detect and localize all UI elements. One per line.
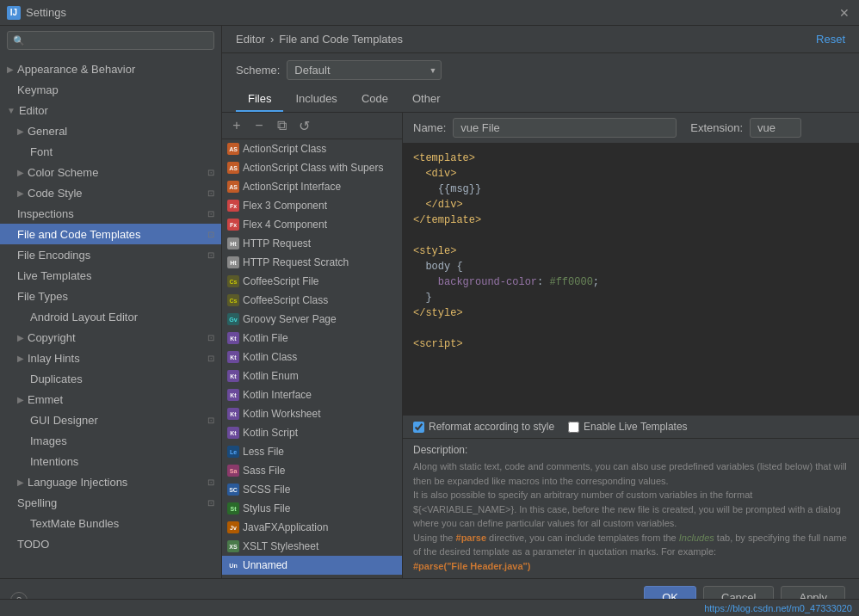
title-bar-controls: ✕ xyxy=(837,5,852,21)
list-item[interactable]: Kt Kotlin Worksheet xyxy=(222,404,402,423)
list-item[interactable]: Kt Kotlin Enum xyxy=(222,367,402,385)
breadcrumb-parent: Editor xyxy=(236,33,265,46)
sidebar-item-file-code-templates[interactable]: File and Code Templates ⊡ xyxy=(0,224,221,244)
sidebar-item-inspections[interactable]: Inspections ⊡ xyxy=(0,203,221,224)
list-item[interactable]: AS ActionScript Interface xyxy=(222,177,402,196)
file-type-icon: AS xyxy=(227,143,239,155)
sidebar-item-textmate[interactable]: TextMate Bundles xyxy=(0,513,221,533)
scheme-row: Scheme: Default Project xyxy=(222,53,859,87)
file-item-label: ActionScript Interface xyxy=(243,181,341,193)
sidebar-item-label: Live Templates xyxy=(17,269,91,282)
sidebar-item-gui-designer[interactable]: GUI Designer ⊡ xyxy=(0,410,221,430)
reset-link[interactable]: Reset xyxy=(816,33,845,46)
sidebar-item-todo[interactable]: TODO xyxy=(0,533,221,554)
list-item[interactable]: Le Less File xyxy=(222,442,402,461)
sidebar-item-file-encodings[interactable]: File Encodings ⊡ xyxy=(0,244,221,265)
reformat-checkbox-group: Reformat according to style xyxy=(413,421,554,433)
list-item[interactable]: Kt Kotlin Interface xyxy=(222,385,402,404)
collapse-arrow: ▶ xyxy=(17,333,24,342)
list-item[interactable]: Cs CoffeeScript File xyxy=(222,272,402,291)
sidebar-item-general[interactable]: ▶ General xyxy=(0,120,221,141)
sidebar-item-live-templates[interactable]: Live Templates xyxy=(0,265,221,286)
file-type-icon: Un xyxy=(227,559,239,571)
file-item-label: Stylus File xyxy=(243,502,290,514)
sidebar-item-spelling[interactable]: Spelling ⊡ xyxy=(0,492,221,513)
main-content: Editor › File and Code Templates Reset S… xyxy=(222,26,859,578)
file-item-label: Kotlin Interface xyxy=(243,389,312,401)
sidebar-item-emmet[interactable]: ▶ Emmet xyxy=(0,389,221,410)
tab-files[interactable]: Files xyxy=(236,87,283,112)
sidebar-item-android-layout[interactable]: Android Layout Editor xyxy=(0,306,221,327)
sidebar-item-code-style[interactable]: ▶ Code Style ⊡ xyxy=(0,182,221,203)
list-item[interactable]: Kt Kotlin File xyxy=(222,329,402,348)
list-item[interactable]: Fx Flex 3 Component xyxy=(222,196,402,215)
sidebar-item-images[interactable]: Images xyxy=(0,430,221,451)
scheme-select[interactable]: Default Project xyxy=(287,60,442,80)
code-line: background-color: #ff0000; xyxy=(413,274,849,290)
sidebar-item-keymap[interactable]: Keymap xyxy=(0,79,221,100)
sidebar-item-copyright[interactable]: ▶ Copyright ⊡ xyxy=(0,327,221,348)
list-item[interactable]: Ht HTTP Request Scratch xyxy=(222,253,402,272)
template-name-input[interactable] xyxy=(453,118,677,138)
list-item[interactable]: Ht HTTP Request xyxy=(222,234,402,253)
copy-template-button[interactable]: ⧉ xyxy=(272,116,291,135)
add-template-button[interactable]: + xyxy=(227,116,246,135)
file-item-label: Flex 3 Component xyxy=(243,200,327,212)
search-input[interactable] xyxy=(28,34,208,46)
file-item-label: Kotlin Script xyxy=(243,427,298,439)
tab-includes[interactable]: Includes xyxy=(283,87,349,112)
search-box[interactable]: 🔍 xyxy=(7,31,214,50)
name-label: Name: xyxy=(413,121,446,134)
live-templates-checkbox-group: Enable Live Templates xyxy=(568,421,688,433)
file-type-icon: Sa xyxy=(227,465,239,477)
reformat-checkbox[interactable] xyxy=(413,422,424,433)
sidebar-item-label: Intentions xyxy=(30,455,78,468)
sidebar-item-font[interactable]: Font xyxy=(0,141,221,162)
list-item[interactable]: SC SCSS File xyxy=(222,480,402,499)
list-item[interactable]: Kt Kotlin Class xyxy=(222,348,402,367)
live-templates-checkbox[interactable] xyxy=(568,422,579,433)
list-item-unnamed[interactable]: Un Unnamed xyxy=(222,556,402,575)
extension-input[interactable] xyxy=(750,118,801,138)
dialog-title: Settings xyxy=(26,6,66,19)
sidebar-item-duplicates[interactable]: Duplicates xyxy=(0,368,221,389)
code-editor[interactable]: <template> <div> {{msg}} </div> </templa… xyxy=(403,144,859,416)
list-item[interactable]: Cs CoffeeScript Class xyxy=(222,291,402,310)
scheme-select-wrapper[interactable]: Default Project xyxy=(287,60,442,80)
list-item[interactable]: XS XSLT Stylesheet xyxy=(222,537,402,556)
sidebar-item-file-types[interactable]: File Types xyxy=(0,286,221,306)
sidebar-item-inlay-hints[interactable]: ▶ Inlay Hints ⊡ xyxy=(0,348,221,368)
sidebar-item-intentions[interactable]: Intentions xyxy=(0,451,221,471)
sidebar-item-appearance[interactable]: ▶ Appearance & Behavior xyxy=(0,59,221,79)
file-type-icon: AS xyxy=(227,162,239,174)
breadcrumb-separator: › xyxy=(270,33,274,46)
list-item[interactable]: AS ActionScript Class with Supers xyxy=(222,158,402,177)
remove-template-button[interactable]: − xyxy=(250,116,269,135)
file-item-label: Sass File xyxy=(243,465,285,477)
list-item[interactable]: Kt Kotlin Script xyxy=(222,423,402,442)
tab-code[interactable]: Code xyxy=(349,87,400,112)
sidebar-item-label: TODO xyxy=(17,538,49,551)
file-item-label: Groovy Server Page xyxy=(243,313,337,325)
description-text: Along with static text, code and comment… xyxy=(413,459,849,573)
sidebar-item-label: File and Code Templates xyxy=(17,228,141,241)
file-type-icon: XS xyxy=(227,540,239,552)
list-item[interactable]: AS ActionScript Class xyxy=(222,139,402,158)
sidebar-item-color-scheme[interactable]: ▶ Color Scheme ⊡ xyxy=(0,162,221,182)
list-item[interactable]: Gv Groovy Server Page xyxy=(222,310,402,329)
sidebar-item-language-injections[interactable]: ▶ Language Injections ⊡ xyxy=(0,471,221,492)
tab-other[interactable]: Other xyxy=(400,87,453,112)
list-item[interactable]: Fx Flex 4 Component xyxy=(222,215,402,234)
status-url[interactable]: https://blog.csdn.net/m0_47333020 xyxy=(704,603,852,613)
sidebar-item-editor[interactable]: ▼ Editor xyxy=(0,100,221,120)
list-item[interactable]: St Stylus File xyxy=(222,499,402,518)
close-button[interactable]: ✕ xyxy=(837,5,852,21)
sidebar-tree: ▶ Appearance & Behavior Keymap ▼ Editor … xyxy=(0,55,221,578)
list-item[interactable]: Sa Sass File xyxy=(222,461,402,480)
list-item[interactable]: Jv JavaFXApplication xyxy=(222,518,402,537)
reset-template-button[interactable]: ↺ xyxy=(294,116,313,135)
content-header: Editor › File and Code Templates Reset xyxy=(222,26,859,53)
sidebar-item-label: Color Scheme xyxy=(28,166,98,179)
badge-icon: ⊡ xyxy=(207,333,214,342)
file-type-icon: Kt xyxy=(227,332,239,344)
